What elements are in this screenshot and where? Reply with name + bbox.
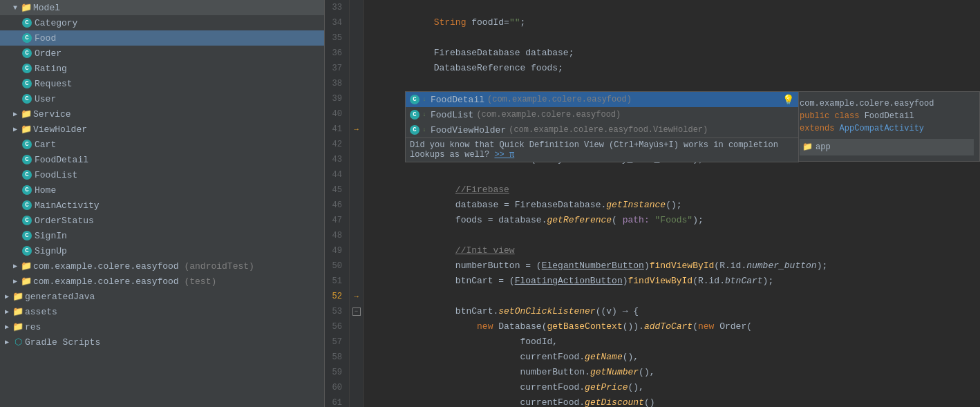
folder-icon: 📁 [21,108,32,120]
gutter-fold-icon[interactable]: − [352,307,361,316]
code-line-47 [369,213,974,228]
code-line-58: numberButton.getNumber(), [369,350,974,365]
line-number: 45 [328,182,345,198]
sidebar-item-label: User [35,94,56,104]
sidebar-item-label: com.example.colere.easyfood (test) [33,276,216,287]
class-icon: C [22,79,32,88]
expand-arrow: ▶ [3,292,11,301]
sidebar-item-viewholder[interactable]: ▶ 📁 ViewHolder [0,122,324,137]
autocomplete-item-foodlist[interactable]: C ↓ FoodList (com.example.colere.easyfoo… [406,107,798,122]
code-line-45: database = FirebaseDatabase.getInstance(… [369,182,974,198]
sidebar-item-label: Order [35,48,62,59]
sidebar-item-service[interactable]: ▶ 📁 Service [0,106,324,122]
autocomplete-item-package: (com.example.colere.easyfood.ViewHolder) [509,125,708,135]
expand-arrow: ▶ [3,323,11,331]
sidebar-item-signup[interactable]: C SignUp [0,243,324,258]
sidebar-item-test[interactable]: ▶ 📁 com.example.colere.easyfood (test) [0,274,324,289]
code-line-37 [369,61,974,76]
sidebar-item-assets[interactable]: ▶ 📁 assets [0,304,324,319]
subclass-icon: ↓ [421,126,428,133]
line-number: 39 [328,91,345,106]
class-icon: C [22,216,32,225]
gutter-arrow-icon: → [354,125,359,133]
sidebar-item-label: Food [35,33,56,44]
line-number: 46 [328,198,345,213]
sidebar-item-foodlist[interactable]: C FoodList [0,167,324,182]
line-number: 38 [328,76,345,91]
subclass-icon: ↓ [421,96,428,103]
sidebar-item-home[interactable]: C Home [0,182,324,198]
expand-arrow: ▶ [11,110,19,118]
expand-arrow: ▶ [11,262,19,270]
sidebar-item-order[interactable]: C Order [0,46,324,61]
code-line-61: )); [369,395,974,407]
autocomplete-popup[interactable]: C ↓ FoodDetail (com.example.colere.easyf… [405,91,799,162]
line-number: 59 [328,365,345,380]
sidebar-item-label: FoodList [35,170,77,180]
sidebar-item-request[interactable]: C Request [0,76,324,91]
sidebar-item-label: SignIn [35,231,67,241]
class-icon: C [22,185,32,195]
sidebar-item-food[interactable]: C Food [0,30,324,46]
line-number: 44 [328,167,345,182]
class-icon: C [22,200,32,210]
expand-arrow: ▶ [3,338,11,346]
sidebar-item-label: Gradle Scripts [25,337,100,348]
sidebar-item-gradle[interactable]: ▶ ⬡ Gradle Scripts [0,334,324,350]
code-line-50: btnCart = (FloatingActionButton)findView… [369,258,974,274]
expand-arrow: ▶ [11,277,19,285]
line-number: 33 [328,0,345,15]
folder-icon: 📁 [21,261,32,272]
sidebar-item-label: Home [35,185,56,196]
code-line-49: numberButton = (ElegantNumberButton)find… [369,243,974,258]
code-line-33: String foodId=""; [369,0,974,15]
sidebar-item-label: Cart [35,140,56,150]
autocomplete-item-package: (com.example.colere.easyfood) [476,110,621,120]
sidebar-item-androidtest[interactable]: ▶ 📁 com.example.colere.easyfood (android… [0,258,324,274]
gradle-icon: ⬡ [12,337,23,348]
autocomplete-item-fooddetail[interactable]: C ↓ FoodDetail (com.example.colere.easyf… [406,92,798,107]
line-number: 53 [328,304,345,319]
code-line-53: new Database(getBaseContext()).addToCart… [369,304,974,319]
line-number: 52 [328,289,345,304]
line-number: 48 [328,228,345,243]
file-tree-sidebar[interactable]: ▼ 📁 Model C Category C Food C Order C Ra… [0,0,325,407]
class-icon: C [22,170,32,180]
class-icon: C [22,155,32,164]
sidebar-item-generatedjava[interactable]: ▶ 📁 generatedJava [0,289,324,304]
sidebar-item-fooddetail[interactable]: C FoodDetail [0,152,324,167]
line-number: 42 [328,137,345,152]
sidebar-item-category[interactable]: C Category [0,15,324,30]
sidebar-item-label: generatedJava [25,292,95,302]
sidebar-item-cart[interactable]: C Cart [0,137,324,152]
sidebar-item-user[interactable]: C User [0,91,324,106]
gutter-arrow-icon: → [354,292,359,301]
autocomplete-item-name: FoodDetail [431,95,484,105]
line-number: 58 [328,350,345,365]
line-number: 41 [328,122,345,137]
line-number: 61 [328,395,345,407]
expand-arrow: ▼ [11,3,19,12]
code-line-51 [369,274,974,289]
line-number: 49 [328,243,345,258]
expand-arrow: ▶ [3,307,11,316]
info-link[interactable]: >> π [494,150,514,160]
sidebar-item-signin[interactable]: C SignIn [0,228,324,243]
line-number: 43 [328,152,345,167]
class-icon: C [410,110,420,120]
sidebar-item-label: com.example.colere.easyfood (androidTest… [33,261,254,272]
code-editor[interactable]: 33 34 35 36 37 38 39 40 41 42 43 44 45 4… [325,0,980,407]
folder-icon: 📁 [21,2,32,13]
sidebar-item-model[interactable]: ▼ 📁 Model [0,0,324,15]
sidebar-item-mainactivity[interactable]: C MainActivity [0,198,324,213]
autocomplete-item-foodviewholder[interactable]: C ↓ FoodViewHolder (com.example.colere.e… [406,122,798,138]
sidebar-item-rating[interactable]: C Rating [0,61,324,76]
sidebar-item-label: Rating [35,64,67,74]
code-line-34 [369,15,974,30]
sidebar-item-res[interactable]: ▶ 📁 res [0,319,324,334]
line-number: 57 [328,334,345,350]
folder-icon: 📁 [12,291,23,302]
sidebar-item-orderstatus[interactable]: C OrderStatus [0,213,324,228]
class-icon: C [22,18,32,28]
line-number: 51 [328,274,345,289]
